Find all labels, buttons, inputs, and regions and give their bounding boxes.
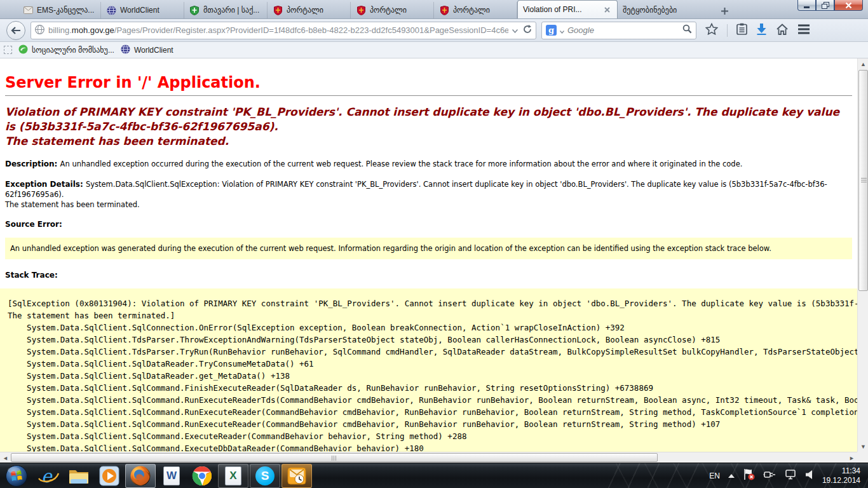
scroll-left-icon[interactable]: ◄ bbox=[0, 452, 11, 463]
page-title: Server Error in '/' Application. bbox=[5, 74, 852, 92]
tab-portal-3[interactable]: პორტალი bbox=[434, 2, 517, 18]
google-icon: g bbox=[546, 25, 557, 36]
coat-of-arms-icon bbox=[439, 5, 449, 15]
tab-mtavari[interactable]: მთავარი | საქ... bbox=[184, 2, 268, 18]
restore-button[interactable] bbox=[816, 0, 834, 11]
scroll-down-icon[interactable]: ▼ bbox=[858, 441, 868, 452]
new-tab-button[interactable] bbox=[715, 3, 733, 18]
url-subdomain: billing. bbox=[48, 25, 72, 35]
search-magnifier-icon[interactable] bbox=[682, 24, 692, 36]
show-hidden-icons-icon[interactable] bbox=[728, 474, 735, 478]
bookmark-item-social[interactable]: სოციალური მომსახუ... bbox=[18, 44, 114, 56]
horizontal-scrollbar[interactable]: ◄ ► bbox=[0, 452, 857, 463]
tab-portal-2[interactable]: პორტალი bbox=[351, 2, 434, 18]
stack-line: System.Data.SqlClient.TdsParser.ThrowExc… bbox=[8, 334, 851, 346]
stack-line: System.Data.SqlClient.SqlDataReader.get_… bbox=[8, 370, 851, 382]
envelope-icon bbox=[23, 5, 33, 15]
clock-date: 19.12.2014 bbox=[822, 476, 860, 485]
bookmark-item-worldclient[interactable]: WorldClient bbox=[121, 44, 173, 56]
stack-line: System.Data.SqlClient.SqlCommand.RunExec… bbox=[8, 418, 851, 430]
toolbar-separator bbox=[727, 24, 728, 37]
tab-ems[interactable]: EMS-კანცელა... bbox=[18, 2, 101, 18]
toolbar-icons bbox=[705, 23, 810, 37]
taskbar: e bbox=[0, 463, 868, 488]
site-globe-icon bbox=[35, 25, 44, 36]
firefox-taskbar-button[interactable] bbox=[125, 464, 156, 488]
scroll-right-icon[interactable]: ► bbox=[846, 452, 857, 463]
error-message: Violation of PRIMARY KEY constraint 'PK_… bbox=[5, 105, 852, 149]
scrollbar-corner bbox=[857, 452, 868, 463]
tab-portal-1[interactable]: პორტალი bbox=[268, 2, 351, 18]
menu-hamburger-icon[interactable] bbox=[797, 24, 810, 37]
window-controls bbox=[797, 0, 863, 11]
media-player-icon[interactable] bbox=[94, 463, 125, 488]
system-tray: EN bbox=[709, 466, 868, 485]
error-message-text: Violation of PRIMARY KEY constraint 'PK_… bbox=[5, 105, 852, 134]
svg-text:e: e bbox=[41, 466, 53, 486]
divider bbox=[5, 95, 852, 96]
language-indicator[interactable]: EN bbox=[709, 471, 720, 480]
action-center-flag-icon[interactable] bbox=[743, 468, 755, 483]
clock[interactable]: 11:34 19.12.2014 bbox=[822, 466, 860, 485]
error-message-line2: The statement has been terminated. bbox=[5, 134, 852, 149]
windows-explorer-icon[interactable] bbox=[64, 463, 94, 488]
bookmarks-menu-icon[interactable] bbox=[736, 23, 747, 37]
navigation-toolbar: billing.moh.gov.ge/Pages/Provider/Regist… bbox=[0, 19, 868, 42]
horizontal-scrollbar-thumb[interactable] bbox=[11, 453, 658, 462]
page-viewport: Server Error in '/' Application. Violati… bbox=[0, 58, 857, 452]
url-domain: moh.gov.ge bbox=[72, 25, 114, 35]
url-dropdown-icon[interactable] bbox=[512, 25, 518, 35]
tab-violation-active[interactable]: Violation of PRI... bbox=[517, 0, 618, 18]
green-swirl-icon bbox=[18, 44, 28, 56]
tab-label: პორტალი bbox=[453, 6, 490, 15]
scroll-up-icon[interactable]: ▲ bbox=[858, 58, 868, 69]
tab-shetyobinebebi[interactable]: შეტყობინებები bbox=[618, 2, 713, 18]
url-path: /Pages/Provider/Register.aspx?ProviderID… bbox=[114, 25, 508, 35]
bookmark-label: WorldClient bbox=[134, 46, 173, 55]
network-icon[interactable] bbox=[784, 469, 797, 483]
start-button[interactable] bbox=[0, 463, 33, 488]
stack-line: [SqlException (0x80131904): Violation of… bbox=[8, 297, 851, 309]
browser-titlebar: EMS-კანცელა... WorldClient მთავარი | საქ… bbox=[0, 0, 868, 19]
tab-close-icon[interactable] bbox=[602, 5, 612, 15]
close-button[interactable] bbox=[834, 0, 863, 11]
stack-trace-label: Stack Trace: bbox=[5, 271, 852, 280]
search-bar[interactable]: g bbox=[541, 22, 696, 39]
bookmarks-placeholder-icon[interactable] bbox=[4, 46, 12, 54]
volume-icon[interactable] bbox=[805, 470, 814, 482]
scrollbar-grip bbox=[861, 178, 867, 183]
reload-icon[interactable] bbox=[523, 25, 532, 36]
search-engine-dropdown-icon[interactable] bbox=[560, 25, 564, 36]
power-plug-icon[interactable] bbox=[763, 469, 776, 483]
stack-line: The statement has been terminated.] bbox=[8, 309, 851, 322]
stack-line: System.Data.SqlClient.SqlConnection.OnEr… bbox=[8, 322, 851, 334]
stack-trace-box: [SqlException (0x80131904): Violation of… bbox=[0, 288, 857, 452]
excel-taskbar-button[interactable]: X bbox=[218, 464, 248, 488]
vertical-scrollbar-thumb[interactable] bbox=[858, 70, 868, 291]
stack-line: System.Data.SqlClient.SqlCommand.FinishE… bbox=[8, 382, 851, 394]
word-icon[interactable]: W bbox=[156, 463, 187, 488]
bookmark-star-icon[interactable] bbox=[705, 23, 718, 37]
tab-label: პორტალი bbox=[287, 6, 323, 15]
outlook-taskbar-button[interactable] bbox=[281, 464, 312, 488]
chrome-icon[interactable] bbox=[187, 463, 217, 488]
minimize-button[interactable] bbox=[797, 0, 816, 11]
stack-line: System.Data.SqlClient.SqlCommand.Execute… bbox=[8, 430, 851, 442]
globe-icon bbox=[106, 5, 116, 15]
exception-details-row: Exception Details: System.Data.SqlClient… bbox=[5, 179, 852, 210]
downloads-icon[interactable] bbox=[756, 23, 767, 37]
stack-line: System.Data.SqlClient.SqlDataReader.TryC… bbox=[8, 358, 851, 370]
tab-label: WorldClient bbox=[120, 6, 159, 15]
skype-taskbar-button[interactable]: S bbox=[250, 464, 280, 488]
back-button[interactable] bbox=[6, 21, 25, 40]
stack-line: System.Data.SqlClient.TdsParser.TryRun(R… bbox=[8, 346, 851, 358]
tab-worldclient[interactable]: WorldClient bbox=[101, 2, 184, 18]
internet-explorer-icon[interactable]: e bbox=[33, 463, 64, 488]
vertical-scrollbar[interactable]: ▲ ▼ bbox=[857, 58, 868, 452]
exception-details-label: Exception Details: bbox=[5, 180, 86, 189]
search-input[interactable] bbox=[567, 25, 679, 35]
exception-details-text: System.Data.SqlClient.SqlException: Viol… bbox=[5, 180, 827, 199]
coat-of-arms-icon bbox=[273, 5, 283, 15]
home-icon[interactable] bbox=[776, 24, 789, 37]
url-bar[interactable]: billing.moh.gov.ge/Pages/Provider/Regist… bbox=[31, 22, 536, 39]
